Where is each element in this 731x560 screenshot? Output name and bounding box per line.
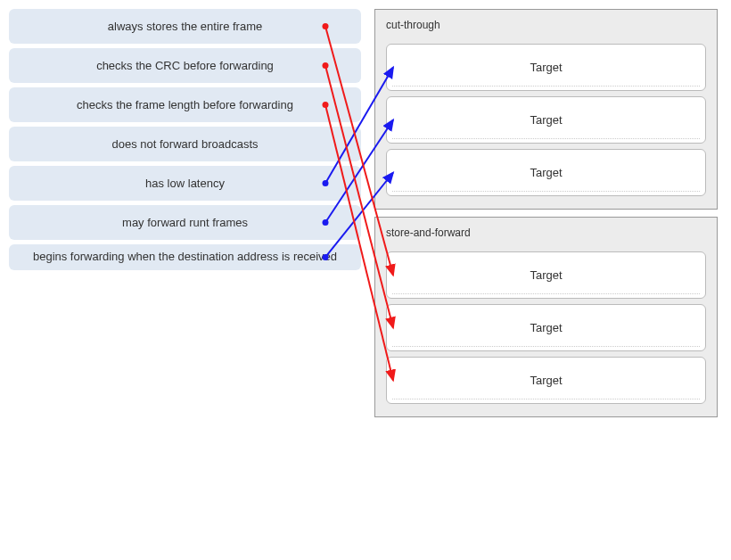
target-slot[interactable]: Target (386, 357, 706, 404)
source-item[interactable]: has low latency (9, 166, 361, 201)
source-list: always stores the entire frame checks th… (9, 9, 361, 417)
source-item[interactable]: checks the CRC before forwarding (9, 48, 361, 83)
source-item[interactable]: begins forwarding when the destination a… (9, 244, 361, 270)
target-slot[interactable]: Target (386, 251, 706, 299)
target-group-cut-through: cut-through Target Target Target (374, 9, 718, 210)
target-groups: cut-through Target Target Target store-a… (374, 9, 718, 417)
target-slot[interactable]: Target (386, 149, 706, 196)
source-item[interactable]: checks the frame length before forwardin… (9, 87, 361, 122)
source-item[interactable]: always stores the entire frame (9, 9, 361, 44)
target-slot[interactable]: Target (386, 44, 706, 91)
target-group-store-and-forward: store-and-forward Target Target Target (374, 217, 718, 417)
target-slot[interactable]: Target (386, 304, 706, 351)
source-item[interactable]: does not forward broadcasts (9, 127, 361, 161)
source-item[interactable]: may forward runt frames (9, 205, 361, 240)
group-title: store-and-forward (382, 225, 710, 246)
target-slot[interactable]: Target (386, 96, 706, 144)
group-title: cut-through (382, 17, 710, 38)
